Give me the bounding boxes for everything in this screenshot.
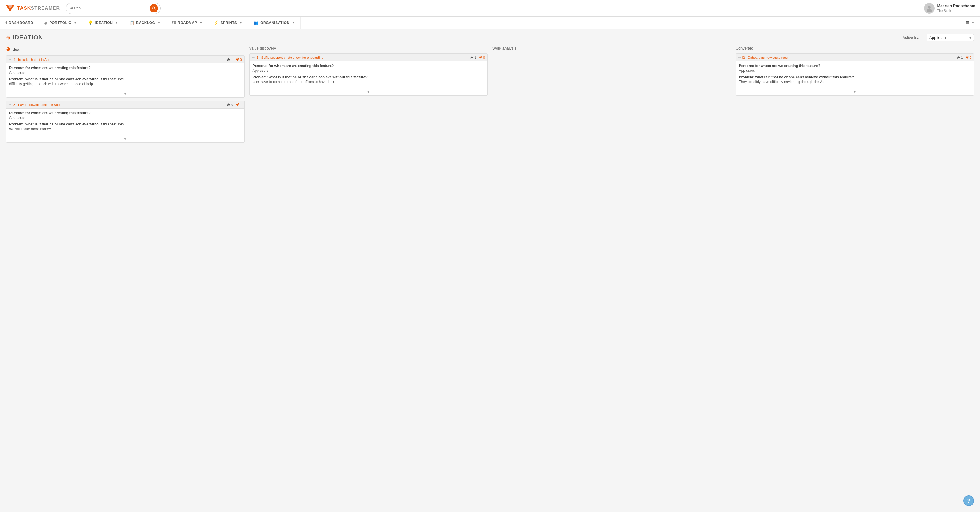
- card-i1-id-title[interactable]: I1 - Selfie passport photo check for onb…: [256, 56, 323, 59]
- card-i3-vote-down-count: 1: [240, 103, 242, 107]
- thumbs-down-icon-i3: [235, 103, 239, 107]
- card-i1-expand[interactable]: ▼: [250, 89, 488, 95]
- card-i4-vote-up-count: 1: [231, 58, 233, 61]
- sprints-arrow: ▼: [239, 21, 242, 24]
- card-i1-vote-up-count: 1: [474, 56, 476, 59]
- card-i1-vote-up[interactable]: 1: [470, 56, 476, 59]
- page-header: ⊕ IDEATION Active team: App team: [6, 34, 974, 41]
- pencil-icon-i2: ✏: [738, 56, 741, 59]
- columns-row: ⊕ Idea ✏ I4 - Include chatbot in App 1: [6, 46, 974, 146]
- nav-label-ideation: IDEATION: [95, 21, 113, 25]
- pencil-icon: ✏: [9, 57, 11, 61]
- logo[interactable]: TASKSTREAMER: [5, 3, 60, 14]
- search-input[interactable]: [68, 6, 148, 10]
- logo-icon: [5, 3, 16, 14]
- card-i1-problem-value: user have to come to one of our offices …: [253, 80, 485, 84]
- nav-item-backlog[interactable]: 📋 BACKLOG ▼: [124, 17, 166, 29]
- dashboard-icon: ℹ: [5, 21, 7, 25]
- card-i3-vote-down[interactable]: 1: [235, 103, 242, 107]
- card-i2-expand[interactable]: ▼: [736, 89, 974, 95]
- user-org: The Bank: [937, 9, 975, 13]
- ideation-icon: 💡: [88, 21, 93, 25]
- card-i1-problem-label: Problem: what is it that he or she can't…: [253, 75, 485, 79]
- card-i2-title-row: ✏ I2 - Onboarding new customers: [738, 56, 788, 59]
- thumbs-up-icon-i1: [470, 56, 474, 59]
- add-idea-icon: ⊕: [6, 46, 10, 53]
- card-i1-vote-down-count: 0: [483, 56, 485, 59]
- pencil-icon-i1: ✏: [252, 56, 255, 59]
- page-title-icon: ⊕: [6, 34, 10, 41]
- search-button[interactable]: [150, 4, 158, 13]
- thumbs-up-icon: [227, 57, 231, 61]
- card-i2-vote-down-count: 0: [970, 56, 971, 59]
- card-i1-header: ✏ I1 - Selfie passport photo check for o…: [250, 54, 488, 61]
- add-idea-label: Idea: [11, 47, 19, 52]
- svg-point-2: [153, 6, 155, 9]
- card-i4-persona-value: App users: [9, 70, 241, 75]
- column-value-discovery: Value discovery ✏ I1 - Selfie passport p…: [249, 46, 493, 146]
- top-navigation: TASKSTREAMER Maarten Rooseboom The Bank: [0, 0, 980, 17]
- card-i4-body: Persona: for whom are we creating this f…: [6, 64, 244, 91]
- card-i4-vote-up[interactable]: 1: [227, 57, 233, 61]
- nav-item-roadmap[interactable]: 🗺 ROADMAP ▼: [166, 17, 208, 29]
- thumbs-down-icon-i1: [479, 56, 483, 59]
- nav-item-portfolio[interactable]: ◈ PORTFOLIO ▼: [39, 17, 83, 29]
- card-i1-vote-down[interactable]: 0: [479, 56, 485, 59]
- card-i2-vote-up-count: 1: [961, 56, 963, 59]
- card-i4-vote-down[interactable]: 0: [235, 57, 242, 61]
- card-i2-vote-down[interactable]: 0: [965, 56, 971, 59]
- card-i3-id-title[interactable]: I3 - Pay for downloading the App: [13, 103, 60, 107]
- avatar-icon: [925, 4, 934, 13]
- card-i2-votes: 1 0: [956, 56, 971, 59]
- card-i4-id-title[interactable]: I4 - Include chatbot in App: [13, 58, 50, 61]
- card-i4-expand[interactable]: ▼: [6, 91, 244, 97]
- pencil-icon-i3: ✏: [9, 103, 11, 107]
- card-i2-vote-up[interactable]: 1: [956, 56, 963, 59]
- nav-item-dashboard[interactable]: ℹ DASHBOARD: [0, 17, 39, 29]
- content-area: ⊕ IDEATION Active team: App team ⊕ Idea: [0, 29, 980, 150]
- sprints-icon: ⚡: [213, 21, 219, 25]
- card-i3-persona-value: App users: [9, 116, 241, 120]
- user-info: Maarten Rooseboom The Bank: [924, 3, 975, 14]
- menu-arrow: ▼: [972, 21, 975, 24]
- nav-item-ideation[interactable]: 💡 IDEATION ▼: [83, 17, 124, 29]
- team-select-wrapper[interactable]: App team: [927, 34, 974, 41]
- card-i2-problem-label: Problem: what is it that he or she can't…: [739, 75, 971, 79]
- card-i1-persona-value: App users: [253, 69, 485, 73]
- roadmap-arrow: ▼: [199, 21, 202, 24]
- nav-label-sprints: SPRINTS: [221, 21, 237, 25]
- search-bar[interactable]: [66, 3, 161, 14]
- card-i3: ✏ I3 - Pay for downloading the App 0 1: [6, 100, 245, 143]
- card-i2-body: Persona: for whom are we creating this f…: [736, 61, 974, 89]
- nav-label-backlog: BACKLOG: [136, 21, 155, 25]
- page-title: IDEATION: [13, 34, 43, 41]
- card-i4-persona-label: Persona: for whom are we creating this f…: [9, 66, 241, 70]
- nav-item-organisation[interactable]: 👥 ORGANISATION ▼: [248, 17, 301, 29]
- card-i2-id-title[interactable]: I2 - Onboarding new customers: [742, 56, 788, 59]
- team-select[interactable]: App team: [927, 34, 974, 41]
- card-i3-vote-up-count: 0: [231, 103, 233, 107]
- portfolio-arrow: ▼: [74, 21, 77, 24]
- thumbs-up-icon-i3: [227, 103, 231, 107]
- card-i2-problem-value: They possibly have difficulty navigating…: [739, 80, 971, 84]
- active-team-label: Active team:: [902, 35, 924, 40]
- ideation-arrow: ▼: [115, 21, 118, 24]
- thumbs-down-icon-i2: [965, 56, 969, 59]
- card-i2: ✏ I2 - Onboarding new customers 1 0: [736, 53, 974, 96]
- nav-item-menu[interactable]: ☰ ▼: [961, 17, 980, 29]
- svg-point-4: [928, 6, 931, 9]
- nav-item-sprints[interactable]: ⚡ SPRINTS ▼: [208, 17, 248, 29]
- card-i3-problem-value: We will make more money: [9, 127, 241, 131]
- card-i3-vote-up[interactable]: 0: [227, 103, 233, 107]
- column-idea: ⊕ Idea ✏ I4 - Include chatbot in App 1: [6, 46, 249, 146]
- card-i3-expand[interactable]: ▼: [6, 136, 244, 142]
- user-details: Maarten Rooseboom The Bank: [937, 3, 975, 13]
- column-work-analysis: Work analysis: [492, 46, 736, 146]
- add-idea-row[interactable]: ⊕ Idea: [6, 46, 245, 53]
- user-name: Maarten Rooseboom: [937, 3, 975, 9]
- card-i2-persona-label: Persona: for whom are we creating this f…: [739, 64, 971, 68]
- column-header-value-discovery: Value discovery: [249, 46, 488, 50]
- svg-point-5: [927, 9, 932, 13]
- card-i4-title-row: ✏ I4 - Include chatbot in App: [9, 57, 50, 61]
- card-i4-votes: 1 0: [227, 57, 242, 61]
